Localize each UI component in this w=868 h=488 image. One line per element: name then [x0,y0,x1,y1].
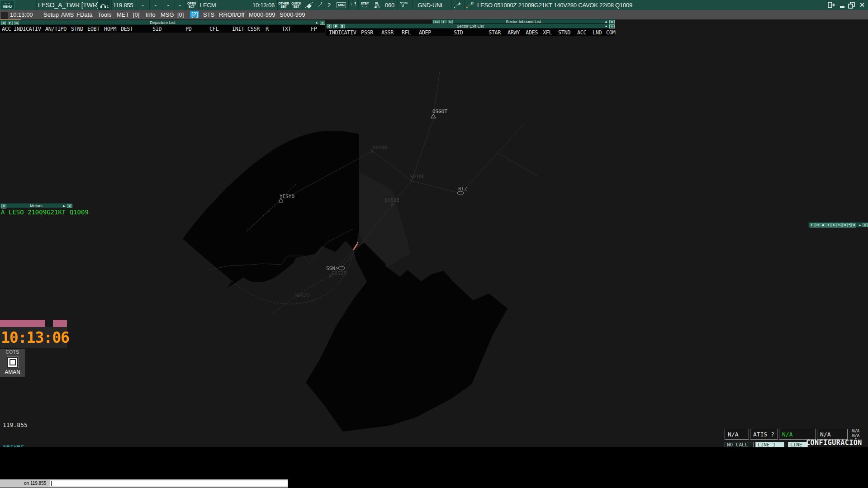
sector-file-name[interactable]: LECM [198,0,225,10]
metars-titlebar[interactable]: C Metars ▲ ✕ [0,203,72,208]
minimize-button[interactable] [837,0,847,10]
tag-toolbar-close-icon[interactable]: ✕ [863,223,868,227]
aman-square-icon [8,358,17,367]
min-button[interactable]: MIN [335,0,347,10]
sector-inbound-collapse-icon[interactable]: ▲ [604,19,608,24]
radar-canvas[interactable]: OSGOT SO500 SO10E BTZ SO63E YESYO SSN SO… [0,0,868,488]
na-button-1[interactable]: N/A [725,429,749,440]
exit-icon [828,1,835,9]
na-button-2[interactable]: N/A [817,429,848,440]
vertical-filter-range[interactable]: GND-UNL [413,0,449,10]
tag-filter-o[interactable]: O [842,223,848,227]
command-input[interactable] [50,480,288,487]
waypoint-label-so10e: SO10E [410,174,425,180]
tag-filter-t[interactable]: T [826,223,831,227]
freq-slot-1[interactable]: - [137,0,148,10]
departure-list-title: Departure List [0,20,325,25]
close-icon: ✕ [859,1,865,9]
menu-item-fdata[interactable]: FData [76,11,92,18]
metars-close-icon[interactable]: ✕ [67,204,72,208]
sector-exit-collapse-icon[interactable]: ▲ [604,24,608,28]
freq-slot-4[interactable]: - [175,0,185,10]
metars-report-text: A LESO 21009G21KT Q1009 [1,208,89,216]
menu-item-msg-count[interactable]: [0] [177,11,184,18]
signal-bar-right [53,320,67,327]
sector-exit-list-titlebar[interactable]: 0 F S Sector Exit List ▲ ✕ [326,24,615,28]
tag-filter-s[interactable]: S [837,223,842,227]
departure-list-close-icon[interactable]: ✕ [320,21,325,25]
menu-item-s-range[interactable]: S000-999 [280,11,305,18]
tag-filter-star[interactable]: * [848,223,851,227]
pencil-icon [317,2,322,8]
vsacta-bottom-panel: N/A ATIS ? N/A N/A N/A N/A NO CALL LINE … [724,428,868,448]
menu-item-met-count[interactable]: [0] [133,11,139,18]
fl-alt-toggle[interactable]: FL ALT [372,0,382,10]
measure-heading-button[interactable] [464,0,475,10]
menu-item-info[interactable]: Info [146,11,156,18]
range-value[interactable]: 2 [324,0,334,10]
quick-set-button[interactable]: QUICK SET [290,0,302,10]
stby-filter-button[interactable]: STBY ·→▫ [358,0,371,10]
tag-filter-toolbar: F C A T G S O * U ▲ ✕ [808,222,868,227]
aman-button[interactable] [7,356,19,368]
headset-count: 1 [107,5,109,9]
waypoint-label-osgot: OSGOT [432,109,447,114]
dotted-square-icon [351,3,356,7]
menu-item-tools[interactable]: Tools [98,11,111,18]
filter-button[interactable]: FL [397,0,410,10]
eraser-button[interactable] [303,0,314,10]
headset-button[interactable]: 1 [98,0,110,10]
sector-exit-close-icon[interactable]: ✕ [609,24,615,28]
menu-item-msg[interactable]: MSG [161,11,174,18]
measure-distance-button[interactable] [451,0,463,10]
menu-item-msg-count-highlighted[interactable]: [2] [190,11,199,18]
other-set-button[interactable]: OTHER SET [277,0,289,10]
freq-slot-3[interactable]: - [162,0,174,10]
tag-filter-c[interactable]: C [815,223,820,227]
tag-filter-f[interactable]: F [810,223,815,227]
command-bar: on 119.855 [0,479,288,488]
funnel-icon: FL [400,1,408,9]
menu-item-ams[interactable]: AMS [61,11,74,18]
na-button-green[interactable]: N/A [779,429,816,440]
freq-slot-2[interactable]: - [149,0,161,10]
menu-button[interactable]: ←→ MENU [0,0,14,10]
signal-bar-left [0,320,45,327]
tag-filter-g[interactable]: G [831,223,837,227]
dotted-region-button[interactable] [348,0,357,10]
waypoint-label-so500: SO500 [373,145,388,151]
departure-list-titlebar[interactable]: 0 F S Departure List ▲ ✕ [0,20,325,25]
tag-filter-a[interactable]: A [821,223,825,227]
vor-symbol-btz [457,191,464,195]
primary-frequency[interactable]: 119.855 [111,0,136,10]
close-button[interactable]: ✕ [857,0,867,10]
min-label: MIN [337,2,346,8]
menu-item-met[interactable]: MET [117,11,129,18]
sector-exit-list-headers: INDICATIV PSSR ASSR RFL ADEP SID STAR AR… [326,28,615,36]
exit-button[interactable] [826,0,836,10]
cots-panel: COTS AMAN [0,349,25,377]
aman-label: AMAN [0,369,25,375]
open-sct-button[interactable]: OPEN SCT [185,0,197,10]
departure-list-collapse-icon[interactable]: ▲ [314,20,319,24]
waypoint-label-so522: SO522 [295,293,310,298]
menu-item-setup[interactable]: Setup [43,11,59,18]
draw-line-button[interactable] [315,0,323,10]
metars-collapse-icon[interactable]: ▲ [62,204,66,208]
svg-text:FL: FL [405,2,408,5]
station-callsign[interactable]: LESO_A_TWR [TWR] [36,0,97,10]
na-small-top: N/A [852,429,859,433]
measure-heading-icon [466,2,474,9]
measure-distance-icon [454,2,462,9]
sector-inbound-list-titlebar[interactable]: 10 F S Sector Inbound List ▲ ✕ [432,19,615,24]
menubar-status-square[interactable] [1,12,8,19]
tag-toolbar-collapse-icon[interactable]: ▲ [858,223,862,227]
atis-button[interactable]: ATIS ? [750,429,778,440]
restore-button[interactable] [847,0,857,10]
menu-item-m-range[interactable]: M000-999 [249,11,275,18]
altitude-filter-value[interactable]: 060 [383,0,396,10]
menu-item-rroff[interactable]: RROff/Off [219,11,245,18]
menu-item-sts[interactable]: STS [203,11,214,18]
tag-filter-u[interactable]: U [851,223,856,227]
menu-arrows-icon: ←→ [4,1,10,5]
